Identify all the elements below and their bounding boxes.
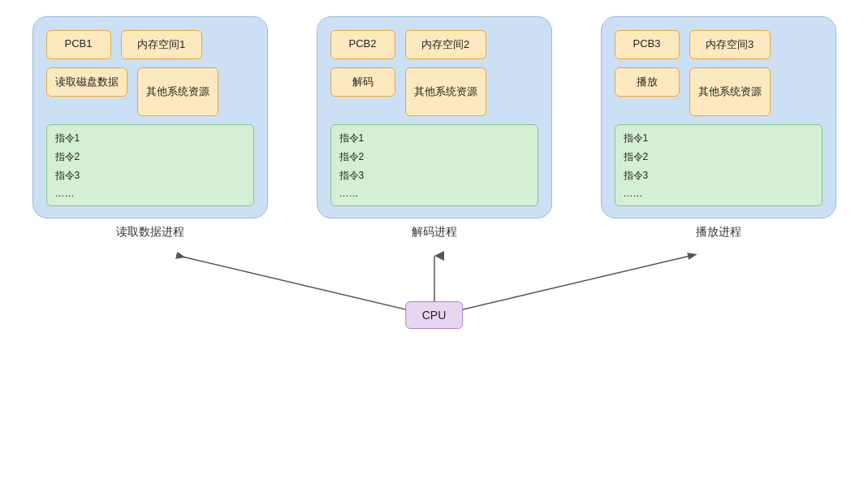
process-top-row-1: PCB1 内存空间1 bbox=[46, 30, 254, 59]
instr2-2: 指令2 bbox=[339, 149, 529, 166]
process-labels-row: 读取数据进程 解码进程 播放进程 bbox=[0, 225, 868, 240]
process-mid-row-2: 解码 其他系统资源 bbox=[330, 67, 538, 116]
action1-box: 读取磁盘数据 bbox=[46, 67, 127, 97]
instr1-3: 指令3 bbox=[55, 167, 245, 184]
instructions2-list: 指令1 指令2 指令3 …… bbox=[330, 124, 538, 206]
memory3-box: 内存空间3 bbox=[689, 30, 771, 59]
pcb3-box: PCB3 bbox=[615, 30, 680, 59]
processes-row: PCB1 内存空间1 读取磁盘数据 其他系统资源 指令1 指令2 指令3 …… … bbox=[0, 16, 868, 218]
instructions3-list: 指令1 指令2 指令3 …… bbox=[615, 124, 823, 206]
label-p3: 播放进程 bbox=[601, 225, 836, 240]
action2-box: 解码 bbox=[330, 67, 395, 97]
process-mid-row-3: 播放 其他系统资源 bbox=[615, 67, 823, 116]
instructions1-list: 指令1 指令2 指令3 …… bbox=[46, 124, 254, 206]
instr3-3: 指令3 bbox=[624, 167, 814, 184]
instr3-4: …… bbox=[624, 186, 814, 201]
process-top-row-2: PCB2 内存空间2 bbox=[330, 30, 538, 59]
resources1-box: 其他系统资源 bbox=[137, 67, 218, 116]
pcb2-box: PCB2 bbox=[330, 30, 395, 59]
resources3-box: 其他系统资源 bbox=[689, 67, 771, 116]
instr3-1: 指令1 bbox=[624, 130, 814, 147]
pcb1-box: PCB1 bbox=[46, 30, 111, 59]
process-block-1: PCB1 内存空间1 读取磁盘数据 其他系统资源 指令1 指令2 指令3 …… bbox=[32, 16, 268, 218]
svg-line-2 bbox=[443, 256, 690, 314]
svg-line-0 bbox=[179, 256, 426, 314]
resources2-box: 其他系统资源 bbox=[405, 67, 486, 116]
instr1-2: 指令2 bbox=[55, 149, 245, 166]
cpu-box: CPU bbox=[405, 301, 464, 329]
instr2-1: 指令1 bbox=[339, 130, 529, 147]
process-top-row-3: PCB3 内存空间3 bbox=[615, 30, 823, 59]
instr2-4: …… bbox=[339, 186, 529, 201]
label-p1: 读取数据进程 bbox=[32, 225, 268, 240]
main-container: PCB1 内存空间1 读取磁盘数据 其他系统资源 指令1 指令2 指令3 …… … bbox=[0, 0, 868, 484]
action3-box: 播放 bbox=[615, 67, 680, 97]
instr1-1: 指令1 bbox=[55, 130, 245, 147]
label-p2: 解码进程 bbox=[317, 225, 552, 240]
instr1-4: …… bbox=[55, 186, 245, 201]
instr2-3: 指令3 bbox=[339, 167, 529, 184]
arrows-cpu-section: CPU bbox=[0, 248, 868, 329]
instr3-2: 指令2 bbox=[624, 149, 814, 166]
memory2-box: 内存空间2 bbox=[405, 30, 486, 59]
process-block-3: PCB3 内存空间3 播放 其他系统资源 指令1 指令2 指令3 …… bbox=[601, 16, 836, 218]
process-mid-row-1: 读取磁盘数据 其他系统资源 bbox=[46, 67, 254, 116]
process-block-2: PCB2 内存空间2 解码 其他系统资源 指令1 指令2 指令3 …… bbox=[317, 16, 552, 218]
memory1-box: 内存空间1 bbox=[121, 30, 202, 59]
